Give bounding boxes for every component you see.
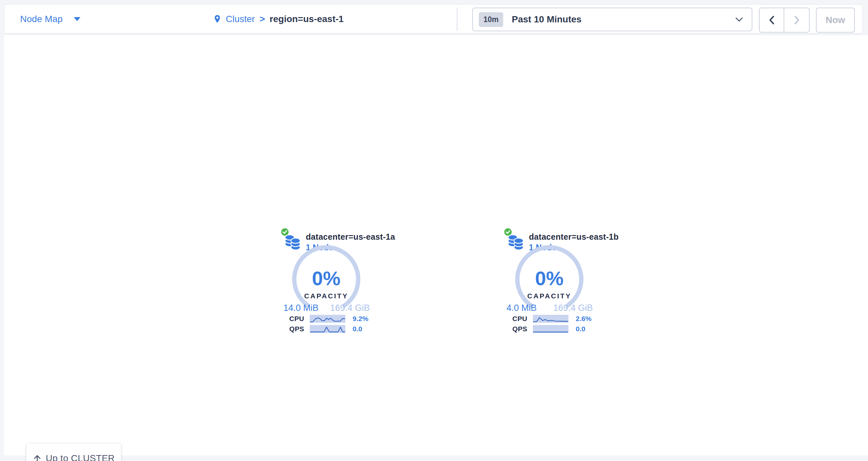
breadcrumb-current: region=us-east-1 xyxy=(270,14,344,24)
metric-row-cpu: CPU 2.6% xyxy=(502,315,644,323)
capacity-used: 14.0 MiB xyxy=(283,303,319,313)
metric-row-cpu: CPU 9.2% xyxy=(279,315,421,323)
metric-label: QPS xyxy=(279,325,304,333)
metric-value: 0.0 xyxy=(576,325,585,333)
chevron-down-icon xyxy=(735,17,743,22)
capacity-total: 169.4 GiB xyxy=(330,303,370,313)
qps-sparkline xyxy=(310,325,345,333)
time-step-group xyxy=(759,7,810,33)
up-to-cluster-label: Up to CLUSTER xyxy=(46,453,115,461)
arrow-up-icon xyxy=(33,454,42,461)
prev-time-button[interactable] xyxy=(760,8,784,32)
capacity-percentage: 0% xyxy=(513,269,586,289)
metric-label: QPS xyxy=(502,325,527,333)
location-pin-icon xyxy=(213,13,222,24)
metrics-block: CPU 2.6% QPS 0.0 xyxy=(502,315,644,333)
metric-row-qps: QPS 0.0 xyxy=(279,325,421,333)
capacity-total: 169.4 GiB xyxy=(553,303,593,313)
metric-value: 2.6% xyxy=(576,315,591,323)
capacity-label: CAPACITY xyxy=(513,292,586,300)
time-range-label: Past 10 Minutes xyxy=(512,14,582,25)
metric-value: 0.0 xyxy=(352,325,362,333)
cpu-sparkline xyxy=(533,315,568,323)
time-range-badge: 10m xyxy=(479,12,503,27)
metric-label: CPU xyxy=(502,315,527,323)
metrics-block: CPU 9.2% QPS 0.0 xyxy=(279,315,421,333)
breadcrumb-cluster-link[interactable]: Cluster xyxy=(226,14,255,24)
time-range-selector[interactable]: 10m Past 10 Minutes xyxy=(472,7,752,31)
locality-title: datacenter=us-east-1a xyxy=(306,232,395,242)
caret-down-icon xyxy=(74,17,81,21)
view-selector[interactable]: Node Map xyxy=(20,5,81,33)
view-selector-label: Node Map xyxy=(20,14,63,24)
capacity-values: 14.0 MiB 169.4 GiB xyxy=(283,303,370,313)
up-to-cluster-button[interactable]: Up to CLUSTER xyxy=(26,443,121,461)
capacity-percentage: 0% xyxy=(290,269,363,289)
now-button[interactable]: Now xyxy=(816,7,855,33)
capacity-values: 4.0 MiB 169.4 GiB xyxy=(506,303,593,313)
cpu-sparkline xyxy=(310,315,345,323)
capacity-label: CAPACITY xyxy=(290,292,363,300)
metric-value: 9.2% xyxy=(352,315,368,323)
locality-card-us-east-1b[interactable]: datacenter=us-east-1b 1 Node 0% CAPACITY… xyxy=(502,227,644,341)
header-bar: Node Map Cluster > region=us-east-1 10m … xyxy=(4,4,863,34)
chevron-right-icon xyxy=(794,15,800,25)
breadcrumb: Cluster > region=us-east-1 xyxy=(213,5,344,33)
node-map-canvas: datacenter=us-east-1a 1 Node 0% CAPACITY… xyxy=(4,35,868,455)
locality-title: datacenter=us-east-1b xyxy=(529,232,619,242)
breadcrumb-separator: > xyxy=(260,14,265,24)
next-time-button[interactable] xyxy=(784,8,809,32)
capacity-used: 4.0 MiB xyxy=(506,303,537,313)
locality-card-us-east-1a[interactable]: datacenter=us-east-1a 1 Node 0% CAPACITY… xyxy=(279,227,421,341)
qps-sparkline xyxy=(533,325,568,333)
header-divider xyxy=(457,7,457,31)
metric-row-qps: QPS 0.0 xyxy=(502,325,644,333)
chevron-left-icon xyxy=(769,15,775,25)
metric-label: CPU xyxy=(279,315,304,323)
